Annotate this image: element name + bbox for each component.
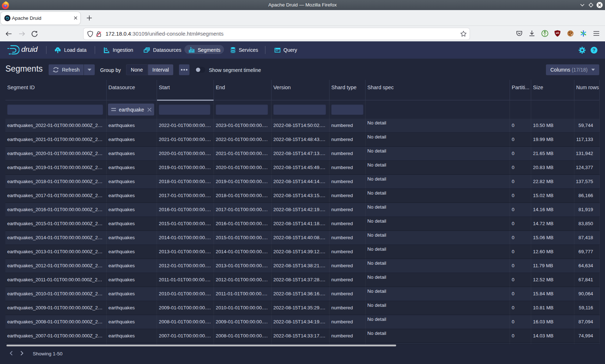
svg-text:uO: uO: [556, 32, 559, 34]
svg-text:?: ?: [593, 47, 596, 53]
